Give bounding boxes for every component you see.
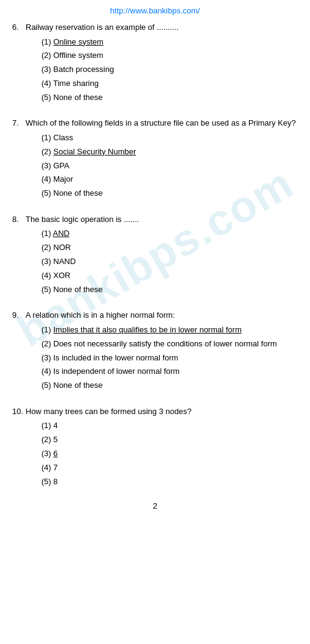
question-6: 6.Railway reservation is an example of .…	[12, 21, 298, 104]
option-number: (3)	[41, 449, 54, 458]
option-text: None of these	[54, 93, 103, 102]
website-url: http://www.bankibps.com/	[12, 6, 298, 15]
option-number: (5)	[41, 477, 54, 486]
option-text: Online system	[54, 37, 104, 46]
option-number: (3)	[41, 161, 54, 170]
option-8-3: (3) NAND	[41, 256, 298, 268]
option-number: (1)	[41, 421, 54, 430]
option-8-1: (1) AND	[41, 227, 298, 240]
option-text: Major	[54, 174, 74, 184]
option-text: Time sharing	[53, 79, 99, 88]
option-6-1: (1) Online system	[41, 36, 298, 49]
option-number: (2)	[41, 435, 54, 444]
question-9: 9.A relation which is in a higher normal…	[12, 309, 298, 392]
question-body-7: Which of the following fields in a struc…	[26, 117, 296, 129]
option-7-4: (4) Major	[41, 173, 298, 186]
question-number-8: 8.	[12, 213, 26, 226]
option-9-5: (5) None of these	[41, 379, 298, 392]
option-number: (1)	[41, 37, 54, 46]
question-number-10: 10.	[12, 406, 26, 418]
option-number: (1)	[41, 325, 54, 334]
option-number: (4)	[41, 79, 53, 88]
option-number: (4)	[41, 271, 54, 280]
option-text: None of these	[54, 381, 103, 390]
question-body-8: The basic logic operation is .......	[26, 213, 139, 226]
option-text: XOR	[54, 271, 71, 280]
option-text: 7	[54, 463, 58, 472]
option-text: NAND	[54, 257, 76, 266]
question-10: 10.How many trees can be formed using 3 …	[12, 406, 298, 488]
option-9-1: (1) Implies that it also qualifies to be…	[41, 324, 298, 337]
option-number: (2)	[41, 147, 54, 156]
option-number: (4)	[41, 174, 54, 184]
option-text: Is independent of lower normal form	[54, 367, 180, 376]
question-number-9: 9.	[12, 309, 26, 321]
option-text: Social Security Number	[54, 147, 136, 156]
option-7-1: (1) Class	[41, 132, 298, 145]
question-8: 8.The basic logic operation is .......(1…	[12, 213, 298, 296]
option-number: (1)	[41, 133, 54, 142]
option-10-3: (3) 6	[41, 448, 298, 460]
option-number: (3)	[41, 353, 54, 362]
option-number: (5)	[41, 381, 54, 390]
option-9-2: (2) Does not necessarily satisfy the con…	[41, 338, 298, 351]
question-7: 7.Which of the following fields in a str…	[12, 117, 298, 199]
option-10-1: (1) 4	[41, 420, 298, 432]
option-8-4: (4) XOR	[41, 270, 298, 282]
question-body-6: Railway reservation is an example of ...…	[26, 21, 178, 34]
option-text: None of these	[54, 188, 103, 198]
option-9-3: (3) Is included in the lower normal form	[41, 352, 298, 365]
option-6-5: (5) None of these	[41, 91, 298, 104]
option-number: (5)	[41, 285, 54, 294]
option-text: Is included in the lower normal form	[54, 353, 178, 362]
option-7-5: (5) None of these	[41, 187, 298, 200]
option-text: Does not necessarily satisfy the conditi…	[54, 339, 277, 348]
option-number: (1)	[41, 229, 53, 238]
option-number: (5)	[41, 188, 54, 198]
option-8-2: (2) NOR	[41, 242, 298, 254]
option-number: (2)	[41, 339, 54, 348]
question-body-10: How many trees can be formed using 3 nod…	[26, 406, 191, 418]
option-text: Implies that it also qualifies to be in …	[54, 325, 242, 334]
option-text: None of these	[54, 285, 103, 294]
option-10-2: (2) 5	[41, 434, 298, 446]
option-text: 8	[54, 477, 58, 486]
option-6-4: (4) Time sharing	[41, 77, 298, 90]
option-text: NOR	[54, 243, 71, 252]
option-8-5: (5) None of these	[41, 284, 298, 296]
option-text: AND	[53, 229, 69, 238]
option-7-3: (3) GPA	[41, 160, 298, 173]
option-text: Batch processing	[54, 65, 114, 74]
option-number: (3)	[41, 65, 54, 74]
option-number: (4)	[41, 463, 54, 472]
question-number-6: 6.	[12, 21, 26, 34]
option-text: GPA	[54, 161, 70, 170]
option-text: Class	[54, 133, 74, 142]
question-number-7: 7.	[12, 117, 26, 129]
option-7-2: (2) Social Security Number	[41, 146, 298, 159]
option-number: (4)	[41, 367, 54, 376]
option-number: (2)	[41, 243, 54, 252]
option-10-4: (4) 7	[41, 462, 298, 474]
option-text: 5	[54, 435, 58, 444]
option-text: 4	[54, 421, 58, 430]
option-6-2: (2) Offline system	[41, 49, 298, 62]
option-9-4: (4) Is independent of lower normal form	[41, 365, 298, 378]
option-10-5: (5) 8	[41, 476, 298, 488]
page-number: 2	[12, 501, 298, 510]
question-body-9: A relation which is in a higher normal f…	[26, 309, 175, 321]
option-number: (2)	[41, 51, 54, 60]
option-text: 6	[54, 449, 58, 458]
option-text: Offline system	[54, 51, 104, 60]
option-6-3: (3) Batch processing	[41, 63, 298, 76]
option-number: (5)	[41, 93, 54, 102]
option-number: (3)	[41, 257, 54, 266]
